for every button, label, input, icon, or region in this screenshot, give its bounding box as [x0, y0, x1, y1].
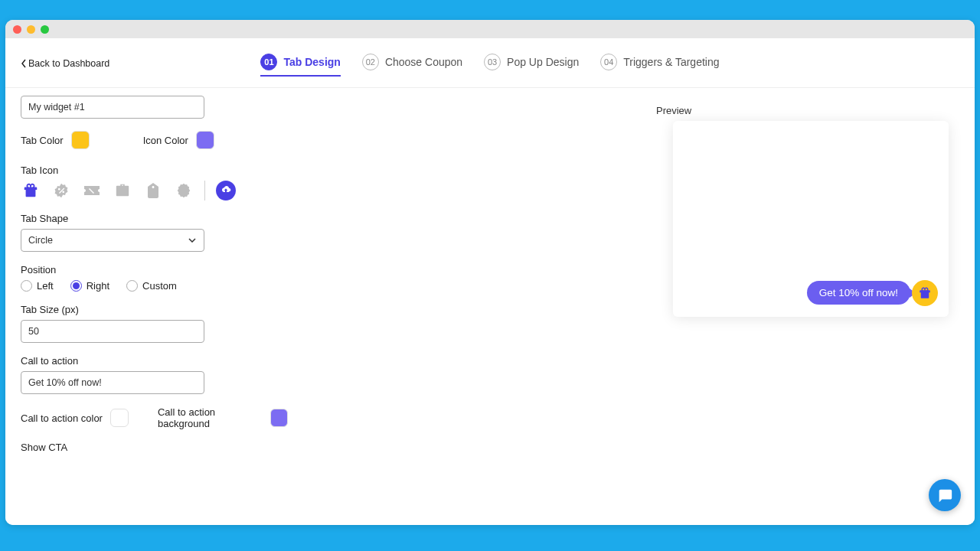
- step-tab-design[interactable]: 01 Tab Design: [260, 54, 340, 77]
- step-label: Triggers & Targeting: [623, 56, 719, 68]
- cta-label: Call to action: [21, 355, 342, 367]
- app-window: Back to Dashboard 01 Tab Design 02 Choos…: [5, 20, 975, 525]
- main-area: Tab Color Icon Color Tab Icon: [5, 88, 975, 514]
- titlebar: [5, 20, 975, 38]
- position-label: Position: [21, 264, 342, 276]
- back-to-dashboard-link[interactable]: Back to Dashboard: [21, 58, 109, 69]
- icon-color-swatch[interactable]: [196, 131, 214, 149]
- step-popup-design[interactable]: 03 Pop Up Design: [484, 54, 579, 77]
- position-custom-radio[interactable]: Custom: [126, 280, 177, 292]
- cta-text-color-swatch[interactable]: [110, 409, 129, 427]
- icon-color-label: Icon Color: [143, 135, 188, 146]
- briefcase-icon[interactable]: [113, 181, 132, 201]
- step-number: 02: [362, 54, 379, 70]
- radio-icon: [70, 280, 82, 292]
- cta-text-input[interactable]: [21, 371, 204, 394]
- tab-color-swatch[interactable]: [71, 131, 90, 149]
- widget-name-input[interactable]: [21, 96, 204, 119]
- position-right-radio[interactable]: Right: [70, 280, 109, 292]
- radio-icon: [21, 280, 32, 292]
- form-column: Tab Color Icon Color Tab Icon: [21, 88, 342, 514]
- gift-icon[interactable]: [21, 181, 41, 201]
- tab-shape-select[interactable]: Circle: [21, 229, 204, 252]
- step-triggers-targeting[interactable]: 04 Triggers & Targeting: [600, 54, 719, 77]
- window-minimize-icon[interactable]: [27, 25, 35, 34]
- tab-size-input[interactable]: [21, 320, 204, 343]
- cta-bg-color-swatch[interactable]: [270, 409, 288, 427]
- preview-box: Get 10% off now!: [673, 121, 949, 317]
- content-area: Back to Dashboard 01 Tab Design 02 Choos…: [5, 38, 975, 525]
- chevron-left-icon: [21, 59, 27, 68]
- step-label: Tab Design: [283, 56, 340, 68]
- cloud-upload-icon: [220, 184, 232, 197]
- preview-cta-bubble: Get 10% off now!: [807, 281, 910, 305]
- preview-label: Preview: [656, 105, 691, 116]
- back-label: Back to Dashboard: [28, 58, 109, 69]
- window-close-icon[interactable]: [13, 25, 21, 34]
- coupon-icon[interactable]: [82, 181, 102, 201]
- window-maximize-icon[interactable]: [41, 25, 49, 34]
- step-number: 04: [600, 54, 617, 70]
- preview-tab-button: [912, 280, 938, 306]
- chat-icon: [936, 487, 953, 504]
- radio-icon: [126, 280, 138, 292]
- step-number: 01: [260, 54, 277, 70]
- tab-icon-label: Tab Icon: [21, 165, 342, 176]
- step-label: Choose Coupon: [385, 56, 462, 68]
- cta-bg-label: Call to action background: [158, 406, 263, 429]
- tag-icon[interactable]: [143, 181, 163, 201]
- steps-bar: Back to Dashboard 01 Tab Design 02 Choos…: [5, 38, 975, 88]
- percent-badge-icon[interactable]: [51, 181, 71, 201]
- cta-color-label: Call to action color: [21, 412, 103, 424]
- tab-shape-label: Tab Shape: [21, 213, 342, 224]
- step-choose-coupon[interactable]: 02 Choose Coupon: [362, 54, 462, 77]
- position-left-radio[interactable]: Left: [21, 280, 54, 292]
- tab-size-label: Tab Size (px): [21, 304, 342, 315]
- divider: [204, 181, 205, 201]
- preview-column: Preview Get 10% off now!: [342, 88, 959, 514]
- show-cta-label: Show CTA: [21, 442, 342, 453]
- upload-icon-button[interactable]: [216, 181, 236, 201]
- gift-icon: [918, 286, 932, 300]
- chat-fab[interactable]: [929, 479, 961, 511]
- step-label: Pop Up Design: [507, 56, 579, 68]
- step-number: 03: [484, 54, 501, 70]
- sale-badge-icon[interactable]: [174, 181, 194, 201]
- tab-color-label: Tab Color: [21, 135, 64, 146]
